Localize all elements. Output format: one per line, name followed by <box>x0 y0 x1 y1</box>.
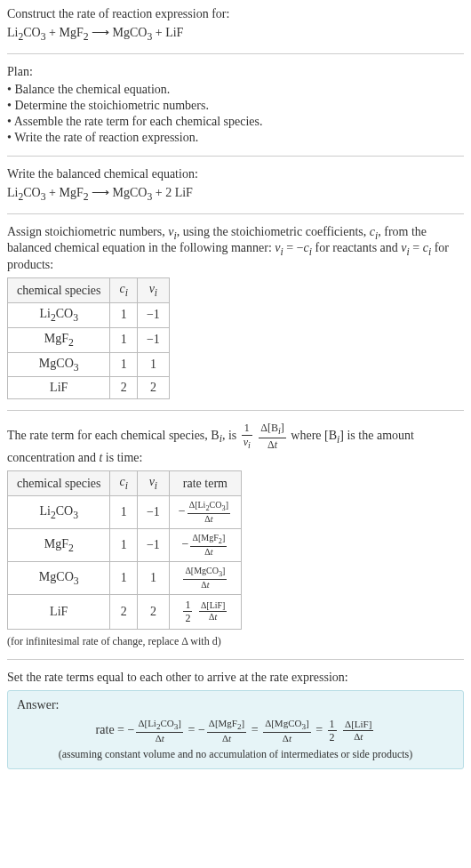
frac-half: 12 <box>328 718 337 744</box>
frac-num: Δ[Bi] <box>259 422 286 438</box>
cell-vi: 1 <box>137 352 169 377</box>
frac-num: 1 <box>183 599 192 612</box>
rateterm-table: chemical species ci νi rate term Li2CO31… <box>7 470 242 630</box>
frac-num: Δ[MgCO3] <box>183 566 227 580</box>
cell-ci: 1 <box>110 561 137 594</box>
stoich-block: Assign stoichiometric numbers, νi, using… <box>7 225 464 400</box>
equal-title: Set the rate terms equal to each other t… <box>7 671 464 685</box>
plan-item: Write the rate of reaction expression. <box>7 131 464 145</box>
rateterm-block: The rate term for each chemical species,… <box>7 422 464 647</box>
answer-label: Answer: <box>17 698 454 712</box>
frac-den: Δt <box>199 612 228 623</box>
cell-vi: 2 <box>137 377 169 399</box>
cell-ci: 2 <box>110 377 137 399</box>
cell-vi: −1 <box>137 302 169 327</box>
frac-delta-over-dt: Δ[MgF2]Δt <box>207 718 246 744</box>
table-row: MgCO3 1 1 <box>8 352 170 377</box>
frac-delta-over-dt: Δ[LiF]Δt <box>343 719 373 743</box>
frac-num: Δ[Li2CO3] <box>188 500 230 514</box>
cell-rate-term: −Δ[Li2CO3]Δt <box>169 495 241 528</box>
cell-species: MgF2 <box>8 528 110 561</box>
cell-rate-term: −Δ[MgF2]Δt <box>169 528 241 561</box>
intro-text: The rate term for each chemical species,… <box>7 429 220 442</box>
divider <box>7 659 464 660</box>
frac-one-over-vi: 1 νi <box>242 422 252 451</box>
cell-ci: 1 <box>110 528 137 561</box>
infinitesimal-note: (for infinitesimal rate of change, repla… <box>7 635 464 648</box>
frac-den: νi <box>242 436 252 451</box>
frac-num: Δ[LiF] <box>199 600 228 612</box>
cell-rate-term: Δ[MgCO3]Δt <box>169 561 241 594</box>
neg-sign: − <box>198 723 205 736</box>
frac-num: Δ[MgCO3] <box>263 718 311 733</box>
frac-num: 1 <box>242 422 252 435</box>
table-row: MgF2 1 −1 <box>8 327 170 352</box>
frac-den: Δt <box>263 733 311 744</box>
col-vi: νi <box>137 278 169 303</box>
frac-half: 12 <box>183 599 192 625</box>
frac-den: Δt <box>190 547 227 558</box>
divider <box>7 410 464 411</box>
plan-block: Plan: Balance the chemical equation. Det… <box>7 65 464 145</box>
frac-den: Δt <box>136 733 183 744</box>
frac-num: 1 <box>328 718 337 731</box>
balanced-equation: Li2CO3 + MgF2 ⟶ MgCO3 + 2 LiF <box>7 185 464 203</box>
divider <box>7 213 464 214</box>
cell-species: Li2CO3 <box>8 495 110 528</box>
stoich-intro: Assign stoichiometric numbers, νi, using… <box>7 225 464 273</box>
cell-ci: 1 <box>110 495 137 528</box>
neg-sign: − <box>179 504 186 518</box>
header-block: Construct the rate of reaction expressio… <box>7 7 464 43</box>
stoich-table: chemical species ci νi Li2CO3 1 −1 MgF2 … <box>7 277 170 399</box>
cell-species: MgF2 <box>8 327 110 352</box>
frac-num: Δ[MgF2] <box>190 533 227 547</box>
table-row: LiF 2 2 <box>8 377 170 399</box>
cell-species: MgCO3 <box>8 561 110 594</box>
cell-species: LiF <box>8 377 110 399</box>
frac-den: Δt <box>183 580 227 591</box>
frac-num: Δ[MgF2] <box>207 718 246 733</box>
unbalanced-equation: Li2CO3 + MgF2 ⟶ MgCO3 + LiF <box>7 25 464 43</box>
construct-title: Construct the rate of reaction expressio… <box>7 7 464 21</box>
cell-vi: −1 <box>137 327 169 352</box>
table-row: MgCO311Δ[MgCO3]Δt <box>8 561 242 594</box>
frac-delta-over-dt: Δ[MgCO3]Δt <box>183 566 227 591</box>
plan-item: Balance the chemical equation. <box>7 83 464 97</box>
plan-item: Assemble the rate term for each chemical… <box>7 115 464 129</box>
divider <box>7 156 464 157</box>
cell-ci: 1 <box>110 302 137 327</box>
eq-sep: = <box>313 723 326 736</box>
cell-vi: 1 <box>137 561 169 594</box>
cell-species: MgCO3 <box>8 352 110 377</box>
table-row: Li2CO3 1 −1 <box>8 302 170 327</box>
divider <box>7 53 464 54</box>
table-row: Li2CO31−1−Δ[Li2CO3]Δt <box>8 495 242 528</box>
answer-box: Answer: rate = −Δ[Li2CO3]Δt = −Δ[MgF2]Δt… <box>7 690 464 769</box>
frac-delta-over-dt: Δ[LiF]Δt <box>199 600 228 623</box>
frac-delta-bi-over-dt: Δ[Bi] Δt <box>259 422 286 451</box>
frac-den: Δt <box>188 514 230 525</box>
rate-word: rate = <box>96 723 128 736</box>
frac-delta-over-dt: Δ[MgCO3]Δt <box>263 718 311 744</box>
cell-ci: 2 <box>110 594 137 629</box>
balanced-title: Write the balanced chemical equation: <box>7 167 464 181</box>
rateterm-intro: The rate term for each chemical species,… <box>7 422 464 465</box>
cell-vi: 2 <box>137 594 169 629</box>
eq-sep: = <box>185 723 198 736</box>
plan-list: Balance the chemical equation. Determine… <box>7 83 464 145</box>
cell-rate-term: 12 Δ[LiF]Δt <box>169 594 241 629</box>
table-row: LiF2212 Δ[LiF]Δt <box>8 594 242 629</box>
cell-ci: 1 <box>110 352 137 377</box>
frac-delta-over-dt: Δ[Li2CO3]Δt <box>136 718 183 744</box>
frac-den: Δt <box>259 438 286 451</box>
col-ci: ci <box>110 278 137 303</box>
cell-ci: 1 <box>110 327 137 352</box>
plan-title: Plan: <box>7 65 464 79</box>
frac-num: Δ[Li2CO3] <box>136 718 183 733</box>
cell-species: LiF <box>8 594 110 629</box>
neg-sign: − <box>127 723 134 736</box>
frac-den: 2 <box>183 612 192 624</box>
table-header-row: chemical species ci νi rate term <box>8 471 242 496</box>
neg-sign: − <box>182 537 189 551</box>
frac-num: Δ[LiF] <box>343 719 373 731</box>
